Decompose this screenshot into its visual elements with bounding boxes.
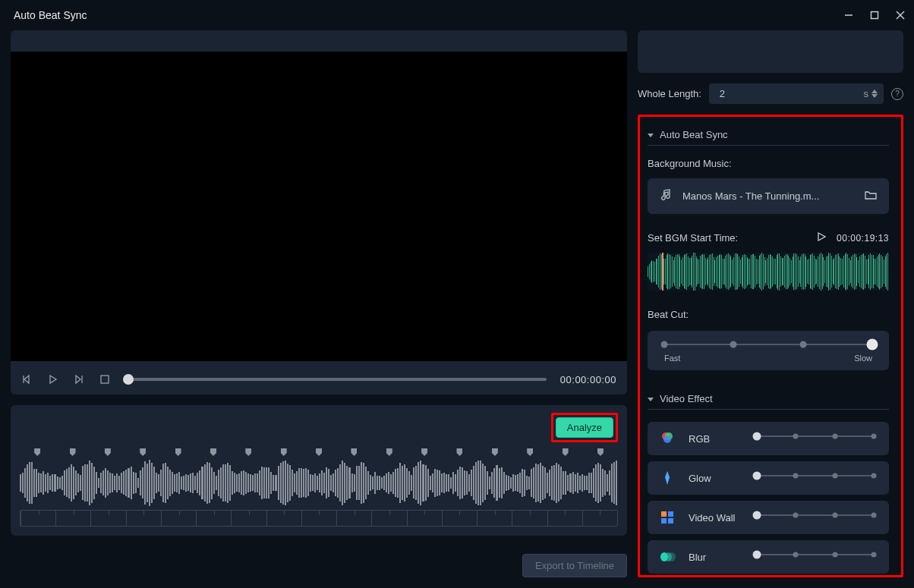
bgm-start-time-row: Set BGM Start Time: 00:00:19:13 [648,232,889,244]
svg-rect-9 [101,376,109,383]
properties-panel: Auto Beat Sync Background Music: Manos M… [638,115,903,577]
music-file-selector[interactable]: Manos Mars - The Tunning.m... [648,178,889,214]
effect-name: Video Wall [689,512,745,524]
beat-cut-box: Fast Slow [648,331,889,370]
timeline-ruler [20,510,618,527]
help-icon[interactable]: ? [891,88,903,100]
analyze-wrap: Analyze [20,413,618,442]
video-wall-icon [658,508,676,527]
whole-length-row: Whole Length: s ? [638,83,903,104]
svg-marker-18 [665,471,670,485]
stop-button[interactable] [99,373,111,385]
svg-marker-6 [50,376,56,383]
svg-marker-7 [76,376,80,383]
svg-rect-19 [661,511,667,517]
music-file-name: Manos Mars - The Tunning.m... [682,190,854,202]
whole-length-label: Whole Length: [638,88,701,99]
playhead-timecode: 00:00:00:00 [560,374,616,385]
beat-cut-label: Beat Cut: [648,309,889,320]
blur-icon [658,548,676,566]
section-video-effect[interactable]: Video Effect [648,388,889,410]
chevron-down-icon [648,132,654,138]
svg-rect-20 [668,511,673,517]
beat-markers [20,448,618,458]
set-bgm-label: Set BGM Start Time: [648,232,738,244]
chevron-down-icon [648,396,654,402]
effect-row-rgb: RGB [648,422,889,455]
effect-row-video-wall: Video Wall [648,501,889,534]
effect-name: Blur [689,552,745,563]
svg-marker-4 [24,376,29,383]
analyze-highlight: Analyze [551,413,618,442]
beat-cut-fast-label: Fast [664,354,680,363]
section-title: Video Effect [660,393,713,404]
whole-length-input-wrap: s [709,83,884,104]
svg-rect-21 [661,518,667,524]
svg-rect-22 [668,518,673,524]
minimize-button[interactable] [844,11,853,20]
effect-name: RGB [689,433,745,445]
main-area: 00:00:00:00 Analyze Export to Timeline W… [0,30,914,588]
bgm-play-icon[interactable] [817,232,826,244]
effect-row-glow: Glow [648,461,889,495]
titlebar: Auto Beat Sync [0,0,914,30]
bgm-timecode: 00:00:19:13 [837,233,889,244]
maximize-button[interactable] [870,11,879,20]
whole-length-unit: s [864,88,869,99]
effect-slider[interactable] [757,511,874,519]
whole-length-stepper[interactable] [871,90,878,98]
whole-length-input[interactable] [720,88,864,99]
right-top-panel [638,30,903,73]
audio-waveform [20,459,618,507]
effect-name: Glow [689,473,745,484]
beat-cut-slider[interactable] [664,340,872,349]
svg-marker-11 [871,94,878,98]
left-column: 00:00:00:00 Analyze Export to Timeline [11,30,627,577]
music-note-icon [660,189,672,203]
playhead-slider[interactable] [124,378,547,381]
video-preview[interactable] [11,52,627,361]
section-auto-beat-sync[interactable]: Auto Beat Sync [648,124,889,146]
effect-slider[interactable] [757,472,874,480]
effect-row-blur: Blur [648,540,889,574]
glow-icon [658,469,676,487]
svg-marker-12 [648,134,654,137]
svg-marker-14 [648,398,654,401]
background-music-label: Background Music: [648,158,889,169]
transport-bar: 00:00:00:00 [11,370,627,387]
section-title: Auto Beat Sync [660,129,728,140]
svg-point-17 [663,435,671,443]
export-timeline-button[interactable]: Export to Timeline [522,554,627,577]
rgb-icon [658,429,676,448]
export-row: Export to Timeline [11,554,627,577]
analyze-button[interactable]: Analyze [556,417,613,438]
svg-rect-1 [871,12,878,19]
svg-point-25 [668,552,676,561]
preview-panel: 00:00:00:00 [11,30,627,395]
timeline-waveform[interactable] [20,448,618,527]
effect-list: RGB Glow Video Wall Blur [648,422,889,574]
play-button[interactable] [47,373,59,385]
effect-slider[interactable] [757,432,874,440]
svg-marker-10 [871,90,878,93]
folder-icon[interactable] [865,190,877,203]
close-button[interactable] [896,11,905,20]
effect-slider[interactable] [757,551,874,558]
bgm-waveform[interactable] [648,253,889,291]
prev-frame-button[interactable] [21,373,33,385]
window-controls [844,11,905,20]
next-frame-button[interactable] [73,373,85,385]
right-column: Whole Length: s ? Auto Beat Sync Backgro… [638,30,903,577]
timeline-panel: Analyze [11,405,627,536]
window-title: Auto Beat Sync [14,9,87,21]
beat-cut-slow-label: Slow [854,354,872,363]
svg-marker-13 [818,233,825,241]
bgm-playhead[interactable] [662,253,663,291]
